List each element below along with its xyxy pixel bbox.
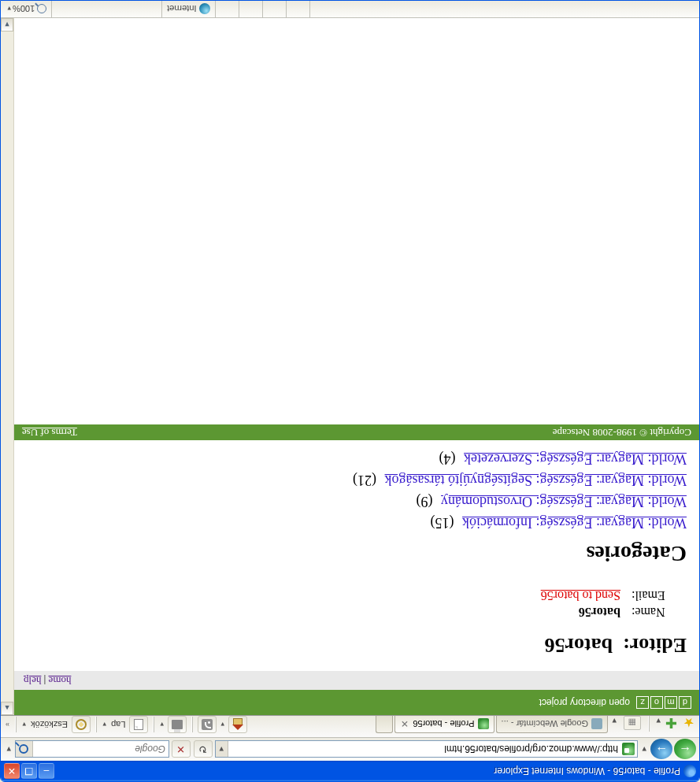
search-icon <box>20 745 29 754</box>
refresh-button[interactable]: ↻ <box>194 741 213 758</box>
internet-zone-icon <box>199 4 210 15</box>
tab-google-icon <box>591 719 602 730</box>
zoom-icon <box>37 5 46 14</box>
command-bar: ▾ ▾ Lap ▾ Eszközök ▾ » <box>4 716 248 733</box>
favorites-center-button[interactable]: ★ <box>682 716 696 730</box>
row-email: Email: Send to bator56 <box>27 588 687 602</box>
ie-icon <box>683 765 696 777</box>
email-label: Email: <box>620 588 687 602</box>
search-bar <box>15 741 169 758</box>
categories-list: World: Magyar: Egészség: Információk (15… <box>27 448 687 533</box>
feeds-button[interactable] <box>198 716 217 733</box>
tab-google[interactable]: Google Webcímtár - ... <box>496 716 608 733</box>
print-icon <box>172 720 183 729</box>
page-body: d m o z open directory project home | he… <box>14 18 699 715</box>
url-input[interactable] <box>228 742 620 758</box>
maximize-button[interactable]: ❐ <box>21 763 37 779</box>
add-favorite-button[interactable]: ✚ <box>665 716 679 730</box>
tools-menu-button[interactable] <box>72 716 91 733</box>
profile-body: Editor: bator56 Name: bator56 Email: Sen… <box>14 440 699 671</box>
category-row: World: Magyar: Egészség: Segítségnyújtó … <box>27 469 687 491</box>
tab-profile-icon <box>478 719 489 730</box>
footer-copyright: Copyright © 1998-2008 Netscape <box>553 426 691 439</box>
email-link[interactable]: Send to bator56 <box>541 589 620 602</box>
back-button[interactable]: ← <box>674 739 696 760</box>
name-value: bator56 <box>579 606 620 619</box>
category-link[interactable]: World: Magyar: Egészség: Információk <box>462 515 687 531</box>
dmoz-logo-m: m <box>665 696 677 709</box>
row-name: Name: bator56 <box>27 605 687 619</box>
status-pane-1 <box>287 1 310 17</box>
forward-button[interactable]: → <box>650 739 672 760</box>
site-icon <box>622 743 635 756</box>
category-link[interactable]: World: Magyar: Egészség: Segítségnyújtó … <box>385 473 687 488</box>
nav-sep: | <box>41 675 46 687</box>
print-button[interactable] <box>168 716 187 733</box>
tab-list-drop[interactable]: ▾ <box>609 716 619 726</box>
search-provider-drop[interactable]: ▾ <box>4 744 13 754</box>
tab-profile[interactable]: Profile - bator56 ✕ <box>394 716 494 733</box>
home-button[interactable] <box>228 716 247 733</box>
app-window: Profile - bator56 - Windows Internet Exp… <box>0 0 700 782</box>
status-bar: Internet 100% ▾ <box>1 1 699 18</box>
categories-heading: Categories <box>27 541 687 566</box>
tools-menu-label[interactable]: Eszközök <box>29 720 69 729</box>
new-tab-button[interactable] <box>376 716 393 733</box>
quick-tabs-button[interactable]: ▦ <box>624 716 641 730</box>
dmoz-header: d m o z open directory project <box>14 690 699 715</box>
footer-terms-link[interactable]: Terms of Use <box>22 426 77 439</box>
zoom-value: 100% <box>13 5 35 14</box>
category-row: World: Magyar: Egészség: Információk (15… <box>27 512 687 533</box>
search-go-button[interactable] <box>16 742 33 758</box>
tab-bar: ★ ✚ ▾ ▦ ▾ Google Webcímtár - ... Profile… <box>1 715 699 737</box>
zoom-drop[interactable]: ▾ <box>6 6 13 13</box>
scroll-down-button[interactable]: ▼ <box>1 18 13 32</box>
nav-history-drop[interactable]: ▾ <box>639 744 649 754</box>
scroll-track[interactable] <box>1 32 13 702</box>
security-zone[interactable]: Internet <box>162 1 216 17</box>
print-drop[interactable]: ▾ <box>158 721 165 728</box>
window-title: Profile - bator56 - Windows Internet Exp… <box>54 765 680 776</box>
category-count: (9) <box>417 494 438 510</box>
page-menu-label[interactable]: Lap <box>109 720 127 729</box>
status-pane-5 <box>52 1 162 17</box>
dmoz-logo-z: z <box>636 696 649 709</box>
close-button[interactable]: ✕ <box>4 763 20 779</box>
tab-google-label: Google Webcímtár - ... <box>502 720 588 729</box>
gear-icon <box>76 719 87 730</box>
nav-toolbar: ← → ▾ ▾ ↻ ✕ ▾ <box>1 737 699 761</box>
address-dropdown[interactable]: ▾ <box>216 742 228 758</box>
feed-icon <box>202 719 213 730</box>
dmoz-logo-o: o <box>650 696 663 709</box>
category-link[interactable]: World: Magyar: Egészség: Szervezetek <box>464 451 687 467</box>
tab-close-button[interactable]: ✕ <box>400 720 409 729</box>
search-input[interactable] <box>33 744 169 755</box>
scroll-up-button[interactable]: ▲ <box>1 702 13 715</box>
dmoz-tagline: open directory project <box>539 697 630 708</box>
vertical-scrollbar[interactable]: ▲ ▼ <box>1 18 14 715</box>
page-menu-button[interactable] <box>129 716 148 733</box>
category-row: World: Magyar: Egészség: Szervezetek (4) <box>27 448 687 469</box>
category-count: (21) <box>353 473 381 488</box>
link-help[interactable]: help <box>24 675 41 687</box>
editor-value: bator56 <box>544 634 613 657</box>
minimize-button[interactable]: – <box>39 763 54 779</box>
page-icon <box>134 719 143 730</box>
page-menu-drop[interactable]: ▾ <box>101 721 108 728</box>
zone-label: Internet <box>167 5 196 14</box>
tools-menu-drop[interactable]: ▾ <box>20 721 28 728</box>
stop-button[interactable]: ✕ <box>172 741 191 758</box>
name-label: Name: <box>620 605 687 619</box>
editor-heading: Editor: bator56 <box>27 633 687 657</box>
category-link[interactable]: World: Magyar: Egészség: Orvostudomány <box>441 494 687 510</box>
toolbar-overflow[interactable]: » <box>4 721 11 728</box>
home-drop[interactable]: ▾ <box>219 721 226 728</box>
add-favorite-drop[interactable]: ▾ <box>654 716 663 726</box>
dmoz-logo-d: d <box>679 696 691 709</box>
link-home[interactable]: home <box>49 675 72 687</box>
content-viewport: d m o z open directory project home | he… <box>1 18 699 715</box>
tab-profile-label: Profile - bator56 <box>413 720 474 729</box>
zoom-control[interactable]: 100% ▾ <box>1 1 52 17</box>
dmoz-subnav: home | help <box>14 671 699 690</box>
status-pane-4 <box>216 1 239 17</box>
